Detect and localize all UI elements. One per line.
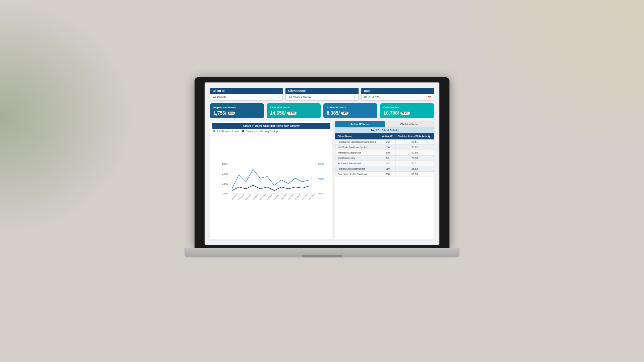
inspection-events-title: Inspection Events bbox=[213, 106, 261, 109]
svg-text:Feb-2023: Feb-2023 bbox=[238, 193, 245, 200]
legend-item-2: Completed parfarming Employee bbox=[242, 130, 280, 132]
cell-checklist: 25.62 bbox=[395, 166, 434, 172]
inspection-events-card: Inspection Events 1,756/ 20% bbox=[210, 103, 264, 118]
checklist-items-value-row: 14,656/ 19.5% bbox=[270, 110, 317, 116]
cell-active-ip: 50 bbox=[380, 156, 395, 161]
active-ip-users-value-row: 8,385/ 14% bbox=[327, 110, 374, 116]
cell-client-name: BioCare Laboratories bbox=[335, 161, 380, 166]
client-id-select[interactable]: All Clients ▾ bbox=[210, 94, 283, 101]
inspection-events-badge: 20% bbox=[228, 112, 235, 115]
legend-dot-dark-blue bbox=[242, 130, 244, 132]
client-id-label: Client Id bbox=[210, 88, 283, 94]
svg-text:2000: 2000 bbox=[222, 163, 227, 166]
cell-active-ip: 200 bbox=[380, 150, 395, 156]
client-id-filter: Client Id All Clients ▾ bbox=[210, 88, 283, 101]
cell-checklist: 20.51 bbox=[395, 161, 434, 166]
line-chart-svg: 2000 1,800 1,600 1,400 200C 150C 100C bbox=[222, 135, 328, 232]
filter-row: Client Id All Clients ▾ Client Name All … bbox=[210, 88, 434, 101]
svg-text:Jun-2023: Jun-2023 bbox=[266, 194, 273, 200]
legend-label-1: Total Document vicus bbox=[217, 130, 239, 132]
active-ip-users-badge: 14% bbox=[341, 112, 348, 115]
table-row: HealthQuest Diagnostics 150 25.62 bbox=[335, 166, 434, 172]
legend-dot-blue bbox=[213, 130, 215, 132]
svg-text:Nov-2023: Nov-2023 bbox=[301, 193, 308, 200]
legend-item-1: Total Document vicus bbox=[213, 130, 239, 132]
deficiencies-card: Deficiencies 10,798/ 30.4% bbox=[380, 103, 434, 118]
active-ip-users-value: 8,385/ bbox=[327, 110, 340, 116]
svg-text:150C: 150C bbox=[318, 178, 324, 181]
cell-active-ip: 150 bbox=[380, 145, 395, 150]
laptop-screen: Client Id All Clients ▾ Client Name All … bbox=[195, 77, 449, 248]
cell-active-ip: 142 bbox=[380, 161, 395, 166]
laptop: Client Id All Clients ▾ Client Name All … bbox=[195, 77, 449, 285]
cell-client-name: Wellness Diagnostics bbox=[335, 150, 380, 156]
client-details-table: Client Name Active IP Cheklist Items Wit… bbox=[335, 133, 434, 177]
table-header-row: Client Name Active IP Cheklist Items Wit… bbox=[335, 133, 434, 139]
cell-checklist: 50.85 bbox=[395, 172, 434, 177]
cell-active-ip: 150 bbox=[380, 166, 395, 172]
metrics-row: Inspection Events 1,756/ 20% Checklist I… bbox=[210, 103, 434, 118]
chevron-down-icon: ▾ bbox=[278, 96, 280, 99]
client-name-filter: Client Name All Clients Name ▾ bbox=[285, 88, 358, 101]
chart-title: Active IP Users Checklist Items With Act… bbox=[212, 123, 330, 129]
charts-row: Active IP Users Checklist Items With Act… bbox=[210, 121, 434, 239]
tab-active-ip-items[interactable]: Active IP Items bbox=[335, 121, 384, 127]
cell-client-name: HealthQuest Diagnostics bbox=[335, 166, 380, 172]
svg-text:Jul-2023: Jul-2023 bbox=[273, 194, 279, 200]
table-row: MedTech Solutions Centre 150 25.62 bbox=[335, 145, 434, 150]
laptop-base bbox=[184, 248, 460, 257]
table-panel: Active IP Items Cheklist Items Top 25 : … bbox=[335, 121, 434, 239]
checklist-items-card: Checklist Items 14,656/ 19.5% bbox=[267, 103, 321, 118]
active-ip-users-card: Active IP Users 8,385/ 14% bbox=[323, 103, 377, 118]
svg-text:May-2023: May-2023 bbox=[259, 193, 266, 200]
checklist-items-value: 14,656/ bbox=[270, 110, 286, 116]
tab-checklist-items[interactable]: Cheklist Items bbox=[385, 121, 434, 127]
dashboard-container: Client Id All Clients ▾ Client Name All … bbox=[205, 82, 439, 245]
table-row: MediScan Labs 50 70.30 bbox=[335, 156, 434, 161]
client-id-value: All Clients bbox=[213, 96, 226, 99]
cell-active-ip: 200 bbox=[380, 172, 395, 177]
inspection-events-value: 1,756/ bbox=[213, 110, 226, 116]
svg-text:100C: 100C bbox=[318, 192, 324, 195]
line-chart-panel: Active IP Users Checklist Items With Act… bbox=[210, 121, 332, 239]
table-row: Healthwise Laboratories and Clinic 142 2… bbox=[335, 139, 434, 145]
legend-label-2: Completed parfarming Employee bbox=[246, 130, 280, 132]
client-name-label: Client Name bbox=[285, 88, 358, 94]
client-name-value: All Clients Name bbox=[288, 96, 311, 99]
deficiencies-title: Deficiencies bbox=[383, 106, 431, 109]
checklist-items-badge: 19.5% bbox=[287, 112, 297, 115]
cell-active-ip: 142 bbox=[380, 139, 395, 145]
cell-checklist: 20.51 bbox=[395, 139, 434, 145]
calendar-icon: 📅 bbox=[428, 96, 431, 99]
header-active-ip: Active IP bbox=[380, 133, 395, 139]
deficiencies-badge: 30.4% bbox=[400, 112, 410, 115]
deficiencies-value-row: 10,798/ 30.4% bbox=[383, 110, 431, 116]
svg-text:Sep-2023: Sep-2023 bbox=[287, 193, 294, 200]
table-row: Wellness Diagnostics 200 50.85 bbox=[335, 150, 434, 156]
inspection-events-value-row: 1,756/ 20% bbox=[213, 110, 261, 116]
client-name-select[interactable]: All Clients Name ▾ bbox=[285, 94, 358, 101]
checklist-items-title: Checklist Items bbox=[270, 106, 317, 109]
svg-text:1,600: 1,600 bbox=[222, 182, 228, 185]
dashboard: Client Id All Clients ▾ Client Name All … bbox=[210, 88, 434, 239]
table-row: Precision Health Solutions 200 50.85 bbox=[335, 172, 434, 177]
chevron-down-icon-2: ▾ bbox=[354, 96, 356, 99]
cell-client-name: MedTech Solutions Centre bbox=[335, 145, 380, 150]
date-value: 01-01-2023 bbox=[364, 96, 380, 99]
table-tabs: Active IP Items Cheklist Items bbox=[335, 121, 434, 127]
svg-text:Jan-2023: Jan-2023 bbox=[231, 194, 237, 200]
svg-text:200C: 200C bbox=[318, 163, 324, 166]
table-body: Healthwise Laboratories and Clinic 142 2… bbox=[335, 139, 434, 177]
date-select[interactable]: 01-01-2023 📅 bbox=[361, 94, 434, 101]
cell-client-name: Healthwise Laboratories and Clinic bbox=[335, 139, 380, 145]
header-checklist: Cheklist Items With Activity bbox=[395, 133, 434, 139]
svg-text:Mar-2023: Mar-2023 bbox=[245, 193, 252, 200]
cell-checklist: 70.30 bbox=[395, 156, 434, 161]
date-filter: Date 01-01-2023 📅 bbox=[361, 88, 434, 101]
table-row: BioCare Laboratories 142 20.51 bbox=[335, 161, 434, 166]
svg-text:1,800: 1,800 bbox=[222, 172, 228, 175]
chart-legend: Total Document vicus Completed parfarmin… bbox=[212, 130, 330, 132]
deficiencies-value: 10,798/ bbox=[383, 110, 399, 116]
active-ip-users-title: Active IP Users bbox=[327, 106, 374, 109]
svg-text:Aug-2023: Aug-2023 bbox=[280, 193, 287, 200]
